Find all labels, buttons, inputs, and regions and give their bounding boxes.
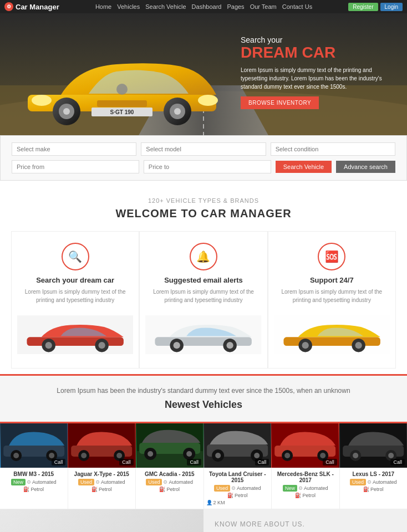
search-feature-icon: 🔍 [62,243,89,270]
svg-rect-15 [97,100,147,107]
feature-car-red [17,313,133,357]
newest-section-header: Lorem Ipsum has been the industry's stan… [0,374,407,422]
register-button[interactable]: Register [348,3,378,11]
svg-point-7 [32,95,52,106]
svg-rect-20 [27,337,123,346]
vehicle-tags-1: Used ⚙Automated ⛽Petrol [70,479,134,492]
feature-car-white [145,313,261,357]
vehicle-fuel-1: ⛽Petrol [91,487,112,492]
vehicle-transmission-0: ⚙Automated [27,479,57,485]
support-feature-icon: 🆘 [318,243,345,270]
vehicle-name-0: BMW M3 - 2015 [2,471,65,477]
price-to-input[interactable] [144,160,271,173]
svg-point-53 [147,451,153,457]
hero-pretitle: Search your [241,35,396,44]
call-badge-5[interactable]: Call [390,459,405,466]
svg-point-28 [174,342,180,349]
search-row-1 [12,142,395,156]
vehicle-tags-2: Used ⚙Automated ⛽Petrol [138,479,201,492]
nav-pages[interactable]: Pages [227,3,244,10]
browse-inventory-button[interactable]: BROWSE INVENTORY [241,96,319,109]
brand-name: Car Manager [16,3,59,11]
svg-point-73 [388,453,394,458]
nav-home[interactable]: Home [95,3,111,10]
vehicle-item-2: GMC Acadia - 2015 Used ⚙Automated ⛽Petro… [136,468,204,509]
vehicle-thumb-3[interactable]: Call [204,423,271,468]
svg-point-24 [99,342,105,349]
login-button[interactable]: Login [380,3,403,11]
vehicle-item-3: Toyota Land Cruiser - 2015 Used ⚙Automat… [204,468,272,509]
vehicle-thumb-5[interactable]: Call [339,423,407,468]
nav-search-vehicle[interactable]: Search Vehicle [145,3,186,10]
vehicle-thumb-1[interactable]: Call [68,423,135,468]
price-from-input[interactable] [12,160,139,173]
vehicle-thumb-4[interactable]: Call [271,423,339,468]
svg-point-55 [186,451,192,457]
vehicle-thumb-0[interactable]: Call [0,423,68,468]
model-input[interactable] [141,142,266,156]
vehicle-tag-0: New [11,479,26,485]
vehicle-tag-5: Used [350,479,366,485]
vehicle-tags-3: Used ⚙Automated ⛽Petrol [206,485,269,498]
call-badge-1[interactable]: Call [119,459,134,466]
vehicle-fuel-4: ⛽Petrol [295,493,316,498]
vehicle-tags-0: New ⚙Automated ⛽Petrol [2,479,65,492]
search-section: Search Vehicle Advance search [0,135,407,181]
svg-text:S·GT 190: S·GT 190 [110,109,134,115]
svg-point-67 [320,453,325,458]
vehicle-name-5: Lexus LS - 2017 [342,471,405,477]
make-input[interactable] [12,142,136,156]
welcome-subtitle: 120+ VEHICLE TYPES & BRANDS [11,197,396,204]
vehicle-fuel-3: ⛽Petrol [227,493,248,498]
vehicle-thumb-2[interactable]: Call [136,423,204,468]
vehicle-km-3: 👤2 KM [206,500,269,505]
svg-point-71 [353,453,358,458]
vehicle-item-1: Jaguar X-Type - 2015 Used ⚙Automated ⛽Pe… [68,468,136,509]
nav-dashboard[interactable]: Dashboard [192,3,222,10]
nav-actions: Register Login [348,3,403,11]
svg-point-16 [116,84,128,95]
call-badge-0[interactable]: Call [52,459,66,466]
vehicle-transmission-2: ⚙Automated [163,479,193,485]
vehicle-name-2: GMC Acadia - 2015 [138,471,201,477]
feature-title-0: Search your dream car [17,276,133,284]
svg-point-8 [198,95,218,106]
vehicle-item-0: BMW M3 - 2015 New ⚙Automated ⛽Petrol [0,468,68,509]
svg-point-11 [63,108,70,115]
svg-point-34 [302,342,308,349]
vehicle-transmission-5: ⚙Automated [367,479,397,485]
feature-desc-2: Lorem Ipsum is simply dummy text of the … [274,288,390,304]
vehicle-transmission-3: ⚙Automated [231,485,261,492]
hero-content: Search your DREAM CAR Lorem Ipsum is sim… [241,35,396,109]
bell-feature-icon: 🔔 [190,243,217,270]
nav-vehicles[interactable]: Vehicles [117,3,140,10]
nav-contact[interactable]: Contact Us [282,3,312,10]
hero-title: DREAM CAR [241,44,396,62]
feature-desc-0: Lorem Ipsum is simply dummy text of the … [17,288,133,304]
svg-point-46 [81,453,87,458]
svg-point-65 [284,453,290,458]
navbar: ⚙ Car Manager Home Vehicles Search Vehic… [0,0,407,13]
feature-title-2: Support 24/7 [274,276,390,284]
call-badge-3[interactable]: Call [255,459,269,466]
call-badge-2[interactable]: Call [187,459,201,466]
about-car-side: IN · A5200 [0,509,204,532]
vehicles-list: BMW M3 - 2015 New ⚙Automated ⛽Petrol Jag… [0,468,407,509]
vehicle-transmission-4: ⚙Automated [298,485,328,492]
svg-point-59 [215,453,221,458]
call-badge-4[interactable]: Call [323,459,337,466]
search-button[interactable]: Search Vehicle [276,161,332,173]
svg-rect-32 [283,337,380,346]
vehicle-name-3: Toyota Land Cruiser - 2015 [206,471,269,483]
vehicle-fuel-5: ⛽Petrol [363,487,384,492]
know-more-label: Know More About Us. [215,520,396,528]
vehicle-tag-3: Used [214,485,230,492]
brand: ⚙ Car Manager [4,2,59,11]
feature-title-1: Suggested email alerts [145,276,261,284]
feature-card-search: 🔍 Search your dream car Lorem Ipsum is s… [11,231,139,369]
hero-section: S·GT 190 Search your DREAM CAR Lorem Ips… [0,13,407,135]
search-row-2: Search Vehicle Advance search [12,160,395,173]
advance-search-button[interactable]: Advance search [336,161,395,173]
nav-our-team[interactable]: Our Team [250,3,277,10]
condition-input[interactable] [271,142,395,156]
